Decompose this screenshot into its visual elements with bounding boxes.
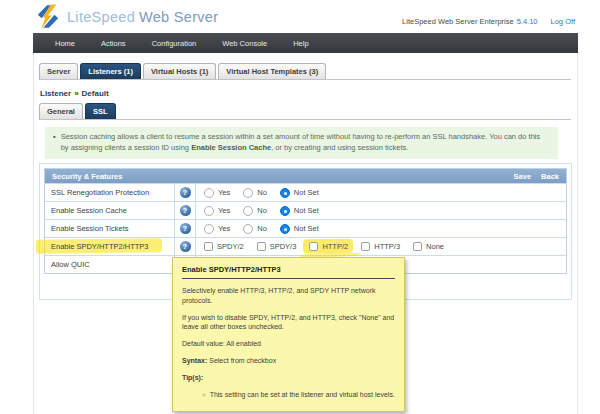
- tab-virtual-hosts[interactable]: Virtual Hosts (1): [143, 63, 216, 79]
- help-icon[interactable]: ?: [180, 241, 191, 252]
- radio-option-not-set[interactable]: Not Set: [280, 224, 319, 234]
- tooltip-default-value: Default value: All enabled: [182, 339, 395, 349]
- nav-item-help[interactable]: Help: [293, 39, 308, 48]
- checkbox-icon[interactable]: [204, 242, 213, 251]
- checkbox-option-none[interactable]: None: [413, 242, 444, 251]
- sub-tabstrip: General SSL: [39, 103, 571, 120]
- radio-option-yes[interactable]: Yes: [204, 224, 230, 234]
- table-row-session-tickets: Enable Session Tickets ? Yes No Not Set: [45, 219, 566, 237]
- checkbox-icon[interactable]: [309, 242, 318, 251]
- checkbox-option-spdy3[interactable]: SPDY/3: [257, 242, 297, 251]
- help-icon[interactable]: ?: [180, 223, 191, 234]
- tooltip-description: If you wish to disable SPDY, HTTP/2, and…: [182, 313, 395, 333]
- breadcrumb: Listener»Default: [40, 89, 112, 98]
- nav-item-web-console[interactable]: Web Console: [222, 39, 267, 48]
- radio-option-yes[interactable]: Yes: [204, 188, 230, 198]
- page: LiteSpeedWeb Server LiteSpeed Web Server…: [0, 0, 600, 414]
- table-row-ssl-renegotiation: SSL Renegotiation Protection ? Yes No No…: [45, 183, 566, 201]
- subtab-general[interactable]: General: [39, 103, 83, 119]
- radio-icon[interactable]: [204, 188, 214, 198]
- radio-option-not-set[interactable]: Not Set: [280, 206, 319, 216]
- radio-icon[interactable]: [243, 188, 253, 198]
- radio-option-not-set[interactable]: Not Set: [280, 188, 319, 198]
- nav-item-actions[interactable]: Actions: [101, 39, 126, 48]
- radio-icon[interactable]: [243, 224, 253, 234]
- radio-icon[interactable]: [204, 206, 214, 216]
- radio-option-yes[interactable]: Yes: [204, 206, 230, 216]
- panel-header: Security & Features Save Back: [45, 169, 566, 183]
- radio-option-no[interactable]: No: [243, 224, 267, 234]
- version-link[interactable]: 5.4.10: [517, 17, 538, 26]
- setting-label: SSL Renegotiation Protection: [45, 184, 175, 201]
- tooltip-tips-label: Tip(s):: [182, 373, 395, 383]
- breadcrumb-current: Default: [82, 89, 109, 98]
- info-note: • Session caching allows a client to res…: [45, 127, 558, 159]
- checkbox-option-http2-highlighted[interactable]: HTTP/2: [309, 242, 348, 251]
- radio-selected-icon[interactable]: [280, 224, 290, 234]
- tooltip-divider: [182, 278, 395, 279]
- tab-virtual-host-templates[interactable]: Virtual Host Templates (3): [218, 63, 326, 79]
- tooltip-description: Selectively enable HTTP/3, HTTP/2, and S…: [182, 286, 395, 306]
- panel-title: Security & Features: [52, 172, 122, 181]
- back-button[interactable]: Back: [541, 172, 559, 181]
- top-tabstrip: Server Listeners (1) Virtual Hosts (1) V…: [39, 63, 571, 80]
- logoff-link[interactable]: Log Off: [551, 17, 575, 26]
- help-icon[interactable]: ?: [180, 187, 191, 198]
- litespeed-logo-icon: [35, 3, 61, 30]
- tooltip-tip-item: ○ This setting can be set at the listene…: [202, 390, 395, 400]
- session-info: LiteSpeed Web Server Enterprise5.4.10Log…: [402, 17, 575, 26]
- breadcrumb-separator: »: [74, 89, 78, 98]
- main-nav: Home Actions Configuration Web Console H…: [33, 33, 578, 53]
- help-tooltip: Enable SPDY/HTTP2/HTTP3 Selectively enab…: [172, 257, 405, 412]
- checkbox-icon[interactable]: [413, 242, 422, 251]
- radio-icon[interactable]: [204, 224, 214, 234]
- checkbox-option-spdy2[interactable]: SPDY/2: [204, 242, 244, 251]
- nav-item-configuration[interactable]: Configuration: [152, 39, 197, 48]
- tip-bullet-icon: ○: [202, 390, 206, 400]
- brand-title: LiteSpeedWeb Server: [67, 9, 218, 25]
- tab-server[interactable]: Server: [39, 63, 78, 79]
- radio-option-no[interactable]: No: [243, 188, 267, 198]
- subtab-ssl[interactable]: SSL: [85, 103, 116, 119]
- nav-item-home[interactable]: Home: [55, 39, 75, 48]
- breadcrumb-section: Listener: [40, 89, 71, 98]
- setting-label: Allow QUIC: [45, 256, 175, 273]
- checkbox-icon[interactable]: [361, 242, 370, 251]
- table-row-spdy-http2-http3: Enable SPDY/HTTP2/HTTP3 ? SPDY/2 SPDY/3 …: [45, 237, 566, 255]
- note-bullet: •: [53, 131, 56, 154]
- table-row-session-cache: Enable Session Cache ? Yes No Not Set: [45, 201, 566, 219]
- radio-option-no[interactable]: No: [243, 206, 267, 216]
- checkbox-icon[interactable]: [257, 242, 266, 251]
- radio-icon[interactable]: [243, 206, 253, 216]
- note-text: Session caching allows a client to resum…: [61, 131, 549, 154]
- save-button[interactable]: Save: [514, 172, 532, 181]
- tooltip-syntax: Syntax: Select from checkbox: [182, 356, 395, 366]
- setting-label-highlighted: Enable SPDY/HTTP2/HTTP3: [45, 238, 175, 255]
- radio-selected-icon[interactable]: [280, 206, 290, 216]
- radio-selected-icon[interactable]: [280, 188, 290, 198]
- setting-label: Enable Session Tickets: [45, 220, 175, 237]
- setting-label: Enable Session Cache: [45, 202, 175, 219]
- checkbox-option-http3[interactable]: HTTP/3: [361, 242, 400, 251]
- tab-listeners[interactable]: Listeners (1): [80, 63, 141, 79]
- product-label: LiteSpeed Web Server Enterprise: [402, 17, 514, 26]
- tooltip-title: Enable SPDY/HTTP2/HTTP3: [182, 265, 395, 274]
- help-icon[interactable]: ?: [180, 205, 191, 216]
- brand-header: LiteSpeedWeb Server: [35, 3, 218, 30]
